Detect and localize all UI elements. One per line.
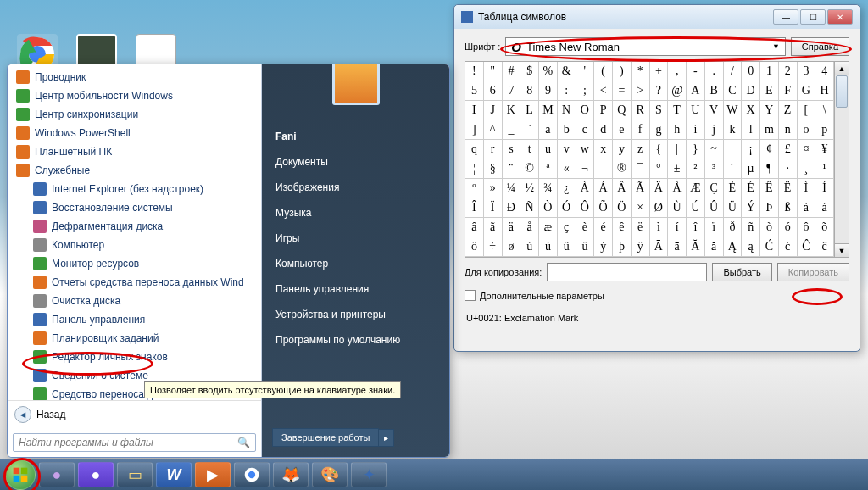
char-cell[interactable]: þ bbox=[613, 237, 632, 257]
taskbar-word-icon[interactable]: W bbox=[156, 462, 192, 487]
char-cell[interactable]: ¿ bbox=[558, 179, 576, 198]
char-cell[interactable]: Ê bbox=[760, 179, 779, 198]
char-cell[interactable]: Î bbox=[465, 198, 484, 218]
char-cell[interactable]: ³ bbox=[705, 159, 724, 179]
char-cell[interactable]: ô bbox=[798, 218, 816, 237]
char-cell[interactable]: " bbox=[484, 62, 503, 81]
start-right-item[interactable]: Музыка bbox=[262, 200, 449, 226]
char-cell[interactable]: g bbox=[650, 120, 669, 140]
program-item[interactable]: Планшетный ПК bbox=[9, 142, 259, 161]
char-cell[interactable]: £ bbox=[779, 140, 798, 159]
char-cell[interactable]: û bbox=[558, 237, 576, 257]
char-cell[interactable]: H bbox=[815, 81, 834, 101]
char-cell[interactable]: G bbox=[798, 81, 816, 101]
char-cell[interactable]: 3 bbox=[798, 62, 816, 81]
char-cell[interactable]: ¶ bbox=[760, 159, 779, 179]
taskbar-charmap-icon[interactable]: ✦ bbox=[351, 462, 387, 487]
char-cell[interactable]: Í bbox=[815, 179, 834, 198]
char-cell[interactable]: d bbox=[594, 120, 613, 140]
char-cell[interactable]: â bbox=[465, 218, 484, 237]
char-cell[interactable]: D bbox=[742, 81, 760, 101]
char-cell[interactable]: n bbox=[779, 120, 798, 140]
copy-button[interactable]: Копировать bbox=[777, 263, 849, 281]
start-right-item[interactable]: Документы bbox=[262, 149, 449, 175]
program-item[interactable]: Служебные bbox=[9, 161, 259, 180]
char-cell[interactable]: y bbox=[613, 140, 632, 159]
taskbar-explorer-icon[interactable]: ▭ bbox=[117, 462, 153, 487]
char-cell[interactable]: ¦ bbox=[465, 159, 484, 179]
char-cell[interactable]: w bbox=[576, 140, 595, 159]
user-name[interactable]: Fani bbox=[262, 124, 449, 149]
char-cell[interactable]: @ bbox=[668, 81, 687, 101]
char-cell[interactable]: { bbox=[650, 140, 669, 159]
minimize-button[interactable]: — bbox=[773, 9, 798, 25]
char-cell[interactable]: U bbox=[687, 101, 705, 120]
char-cell[interactable]: À bbox=[576, 179, 595, 198]
char-cell[interactable]: + bbox=[650, 62, 669, 81]
char-cell[interactable]: 9 bbox=[539, 81, 558, 101]
char-cell[interactable]: Ñ bbox=[520, 198, 539, 218]
char-cell[interactable]: ¬ bbox=[576, 159, 595, 179]
char-cell[interactable]: ü bbox=[576, 237, 595, 257]
char-cell[interactable]: ÷ bbox=[484, 237, 503, 257]
char-cell[interactable]: · bbox=[779, 159, 798, 179]
char-cell[interactable]: ` bbox=[520, 120, 539, 140]
program-list[interactable]: ПроводникЦентр мобильности WindowsЦентр … bbox=[8, 64, 261, 400]
char-cell[interactable]: X bbox=[742, 101, 760, 120]
char-cell[interactable]: ¼ bbox=[503, 179, 521, 198]
char-cell[interactable]: m bbox=[760, 120, 779, 140]
start-right-item[interactable]: Изображения bbox=[262, 175, 449, 200]
char-cell[interactable] bbox=[724, 140, 743, 159]
char-cell[interactable]: ÿ bbox=[632, 237, 650, 257]
search-input[interactable] bbox=[19, 437, 237, 448]
char-cell[interactable]: Ý bbox=[742, 198, 760, 218]
start-right-item[interactable]: Игры bbox=[262, 226, 449, 251]
char-cell[interactable]: ú bbox=[539, 237, 558, 257]
char-cell[interactable]: Ą bbox=[724, 237, 743, 257]
char-cell[interactable]: T bbox=[668, 101, 687, 120]
taskbar-yandex-icon[interactable]: ● bbox=[39, 462, 75, 487]
char-cell[interactable]: ą bbox=[742, 237, 760, 257]
char-cell[interactable]: ; bbox=[576, 81, 595, 101]
char-cell[interactable]: 7 bbox=[503, 81, 521, 101]
char-cell[interactable]: ĉ bbox=[815, 237, 834, 257]
scroll-thumb[interactable] bbox=[836, 75, 848, 108]
char-cell[interactable]: ± bbox=[668, 159, 687, 179]
char-cell[interactable]: 2 bbox=[779, 62, 798, 81]
char-cell[interactable]: ª bbox=[539, 159, 558, 179]
char-cell[interactable]: Õ bbox=[594, 198, 613, 218]
char-cell[interactable]: ´ bbox=[724, 159, 743, 179]
char-cell[interactable]: » bbox=[484, 179, 503, 198]
char-cell[interactable]: Ć bbox=[760, 237, 779, 257]
program-item[interactable]: Проводник bbox=[9, 68, 259, 86]
char-cell[interactable]: ! bbox=[465, 62, 484, 81]
char-cell[interactable]: J bbox=[484, 101, 503, 120]
program-item[interactable]: Центр синхронизации bbox=[9, 105, 259, 124]
char-cell[interactable]: ® bbox=[613, 159, 632, 179]
char-cell[interactable]: u bbox=[539, 140, 558, 159]
char-cell[interactable]: p bbox=[815, 120, 834, 140]
char-cell[interactable]: E bbox=[760, 81, 779, 101]
char-cell[interactable]: } bbox=[687, 140, 705, 159]
char-cell[interactable]: \ bbox=[815, 101, 834, 120]
char-cell[interactable]: Æ bbox=[687, 179, 705, 198]
char-cell[interactable]: ( bbox=[594, 62, 613, 81]
char-cell[interactable]: i bbox=[687, 120, 705, 140]
char-cell[interactable]: O bbox=[576, 101, 595, 120]
char-cell[interactable]: ^ bbox=[484, 120, 503, 140]
taskbar-ppt-icon[interactable]: ▶ bbox=[195, 462, 231, 487]
char-cell[interactable]: e bbox=[613, 120, 632, 140]
char-cell[interactable]: ã bbox=[484, 218, 503, 237]
char-cell[interactable]: ï bbox=[705, 218, 724, 237]
char-cell[interactable]: [ bbox=[798, 101, 816, 120]
taskbar-firefox-icon[interactable]: 🦊 bbox=[273, 462, 309, 487]
char-cell[interactable]: Ĉ bbox=[798, 237, 816, 257]
char-cell[interactable]: Ô bbox=[576, 198, 595, 218]
char-cell[interactable]: ~ bbox=[705, 140, 724, 159]
scroll-down-icon[interactable]: ▼ bbox=[835, 243, 849, 257]
char-cell[interactable]: è bbox=[576, 218, 595, 237]
char-cell[interactable]: S bbox=[650, 101, 669, 120]
char-cell[interactable]: ² bbox=[687, 159, 705, 179]
char-cell[interactable]: $ bbox=[520, 62, 539, 81]
font-dropdown[interactable]: O Times New Roman ▼ bbox=[505, 37, 786, 56]
